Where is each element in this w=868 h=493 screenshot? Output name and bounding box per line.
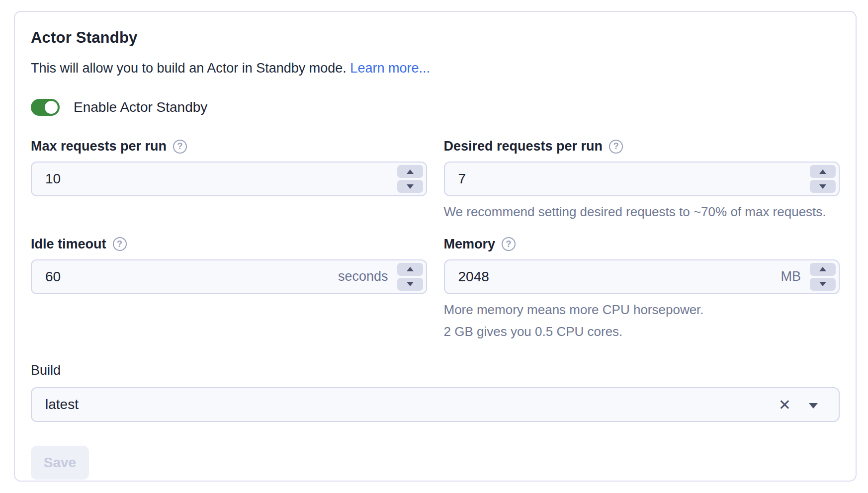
arrow-up-icon	[819, 169, 826, 174]
memory-helper-line: 2 GB gives you 0.5 CPU cores.	[444, 324, 840, 340]
help-icon[interactable]: ?	[113, 237, 127, 251]
memory-input[interactable]	[445, 260, 839, 293]
stepper-down-button[interactable]	[397, 278, 423, 291]
desired-requests-input[interactable]	[445, 163, 839, 195]
memory-input-wrap: MB	[444, 259, 840, 294]
page-title: Actor Standby	[31, 29, 840, 47]
max-requests-input-wrap	[31, 162, 427, 196]
field-memory: Memory ? MB More memory means more CPU h…	[444, 237, 840, 340]
description-body: This will allow you to build an Actor in…	[31, 61, 347, 76]
description-text: This will allow you to build an Actor in…	[31, 60, 840, 77]
max-requests-steppers	[397, 165, 423, 193]
desired-requests-helper: We recommend setting desired requests to…	[444, 204, 840, 221]
memory-helper: More memory means more CPU horsepower. 2…	[444, 302, 840, 340]
build-select[interactable]: latest ✕	[31, 387, 840, 422]
enable-standby-row: Enable Actor Standby	[31, 99, 840, 116]
desired-requests-label-row: Desired requests per run ?	[444, 139, 840, 154]
stepper-up-button[interactable]	[810, 263, 836, 276]
stepper-up-button[interactable]	[397, 165, 423, 178]
help-icon[interactable]: ?	[609, 140, 623, 154]
clear-icon[interactable]: ✕	[779, 388, 791, 421]
help-icon[interactable]: ?	[173, 140, 187, 154]
stepper-up-button[interactable]	[397, 263, 423, 276]
arrow-down-icon	[819, 282, 826, 286]
max-requests-label: Max requests per run	[31, 139, 167, 154]
build-label: Build	[31, 363, 840, 378]
arrow-down-icon	[407, 184, 414, 189]
arrow-up-icon	[819, 267, 826, 271]
stepper-down-button[interactable]	[810, 278, 836, 291]
toggle-knob	[45, 101, 58, 114]
idle-timeout-input-wrap: seconds	[31, 259, 427, 294]
chevron-down-icon[interactable]	[809, 403, 818, 409]
enable-standby-toggle[interactable]	[31, 99, 60, 116]
idle-timeout-label-row: Idle timeout ?	[31, 237, 427, 252]
enable-standby-label: Enable Actor Standby	[74, 99, 207, 115]
arrow-down-icon	[819, 184, 826, 189]
idle-timeout-label: Idle timeout	[31, 237, 106, 252]
field-desired-requests: Desired requests per run ? We recommend …	[444, 139, 840, 221]
field-build: Build latest ✕	[31, 363, 840, 422]
arrow-up-icon	[407, 169, 414, 174]
field-max-requests: Max requests per run ?	[31, 139, 427, 221]
learn-more-link[interactable]: Learn more...	[350, 61, 430, 76]
memory-label: Memory	[444, 237, 496, 252]
memory-helper-line: More memory means more CPU horsepower.	[444, 302, 840, 319]
stepper-down-button[interactable]	[397, 180, 423, 193]
max-requests-label-row: Max requests per run ?	[31, 139, 427, 154]
arrow-up-icon	[407, 267, 414, 271]
desired-requests-input-wrap	[444, 162, 840, 196]
max-requests-input[interactable]	[32, 163, 426, 195]
build-select-value: latest	[45, 388, 79, 421]
desired-requests-steppers	[810, 165, 836, 193]
idle-timeout-input[interactable]	[32, 260, 426, 293]
desired-requests-label: Desired requests per run	[444, 139, 603, 154]
arrow-down-icon	[407, 282, 414, 286]
save-button[interactable]: Save	[31, 446, 89, 480]
stepper-up-button[interactable]	[810, 165, 836, 178]
actor-standby-card: Actor Standby This will allow you to bui…	[14, 11, 857, 482]
field-idle-timeout: Idle timeout ? seconds	[31, 237, 427, 340]
memory-steppers	[810, 263, 836, 291]
idle-timeout-steppers	[397, 263, 423, 291]
settings-grid: Max requests per run ? Desired requests …	[31, 139, 840, 340]
memory-label-row: Memory ?	[444, 237, 840, 252]
help-icon[interactable]: ?	[502, 237, 516, 251]
stepper-down-button[interactable]	[810, 180, 836, 193]
